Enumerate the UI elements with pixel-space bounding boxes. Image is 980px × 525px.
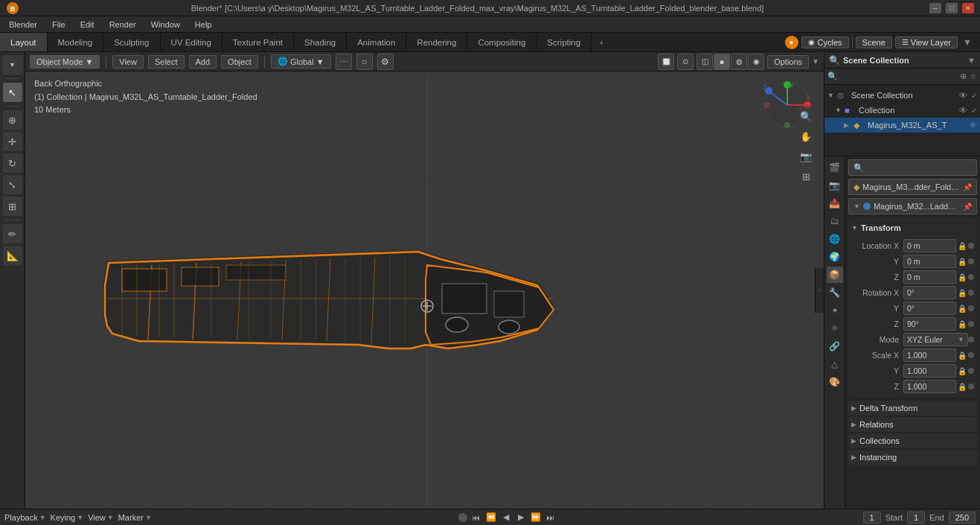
rotation-z-lock[interactable]: 🔒 — [956, 318, 968, 330]
instancing-section[interactable]: ▶ Instancing — [848, 450, 977, 465]
rotation-z-field[interactable]: 90° — [903, 317, 956, 331]
delta-transform-section[interactable]: ▶ Delta Transform — [848, 401, 977, 416]
minimize-button[interactable]: ─ — [929, 3, 941, 13]
move-tool[interactable]: ✛ — [3, 132, 22, 151]
location-y-field[interactable]: 0 m — [903, 255, 956, 268]
object-menu[interactable]: Object — [221, 55, 258, 69]
tab-layout[interactable]: Layout — [0, 33, 48, 51]
collection-expand-arrow-2[interactable]: ▼ — [835, 106, 842, 114]
scale-y-lock[interactable]: 🔒 — [956, 365, 968, 377]
object-mode-selector[interactable]: Object Mode ▼ — [30, 55, 100, 69]
view-layer-properties-icon[interactable]: 🗂 — [827, 213, 843, 229]
menu-render[interactable]: Render — [103, 19, 142, 31]
gizmo-overlay-btn[interactable]: 🔲 — [658, 54, 674, 70]
snap-toggle[interactable]: ⋯ — [336, 54, 352, 70]
annotate-tool[interactable]: ✏ — [3, 224, 22, 244]
material-preview-btn[interactable]: ◍ — [731, 54, 747, 70]
window-controls[interactable]: ─ □ ✕ — [929, 3, 974, 13]
record-button[interactable] — [458, 513, 467, 522]
options-dropdown[interactable]: ▼ — [812, 57, 819, 66]
global-selector[interactable]: 🌐 Global ▼ — [271, 54, 331, 69]
pan-btn[interactable]: ✋ — [797, 127, 815, 145]
object-visibility[interactable]: 👁 — [969, 121, 977, 130]
scale-tool[interactable]: ⤡ — [3, 175, 22, 194]
playback-menu[interactable]: Playback ▼ — [4, 513, 46, 522]
transform-header[interactable]: ▼ Transform — [851, 220, 974, 235]
material-properties-icon[interactable]: 🎨 — [827, 374, 843, 390]
rotation-y-lock[interactable]: 🔒 — [956, 302, 968, 314]
start-frame-field[interactable]: 1 — [907, 512, 925, 524]
camera-btn[interactable]: 📷 — [797, 147, 815, 165]
collection-expand-arrow[interactable]: ▼ — [827, 92, 835, 99]
location-z-field[interactable]: 0 m — [903, 270, 956, 284]
menu-edit[interactable]: Edit — [74, 19, 100, 31]
render-preview-btn[interactable]: ◉ — [748, 54, 764, 70]
location-z-dot[interactable] — [968, 274, 974, 280]
quad-view-btn[interactable]: ⊞ — [797, 168, 815, 185]
particles-properties-icon[interactable]: ✦ — [827, 302, 843, 319]
tab-sculpting[interactable]: Sculpting — [103, 33, 160, 51]
mesh-pin-icon[interactable]: 📌 — [963, 203, 972, 211]
current-frame-display[interactable]: 1 — [863, 512, 881, 524]
collection-visibility[interactable]: 👁 — [959, 106, 967, 115]
scene-properties-icon[interactable]: 🎬 — [827, 159, 843, 176]
tab-shading[interactable]: Shading — [294, 33, 347, 51]
rotation-y-dot[interactable] — [968, 305, 974, 311]
mode-selector-btn[interactable]: ▼ — [2, 55, 23, 74]
collection-item[interactable]: ▼ ■ Collection 👁 ✓ — [824, 103, 980, 118]
properties-search-input[interactable] — [867, 163, 972, 172]
scale-x-field[interactable]: 1.000 — [903, 349, 956, 362]
wireframe-btn[interactable]: ◫ — [696, 54, 713, 70]
location-y-lock[interactable]: 🔒 — [956, 255, 968, 267]
collections-section[interactable]: ▶ Collections — [848, 433, 977, 448]
rotation-y-field[interactable]: 0° — [903, 302, 956, 315]
output-properties-icon[interactable]: 📤 — [827, 195, 843, 211]
location-x-field[interactable]: 0 m — [903, 239, 956, 252]
transform-tool[interactable]: ⊞ — [3, 197, 22, 216]
jump-end-btn[interactable]: ⏭ — [545, 512, 557, 524]
scene-selector[interactable]: Scene — [856, 36, 892, 48]
canvas-area[interactable]: Back Orthographic (1) Collection | Magir… — [25, 71, 824, 509]
location-x-lock[interactable]: 🔒 — [956, 240, 968, 252]
maximize-button[interactable]: □ — [946, 3, 958, 13]
next-keyframe-btn[interactable]: ⏩ — [530, 512, 542, 524]
relations-section[interactable]: ▶ Relations — [848, 417, 977, 432]
filter-icon[interactable]: ▼ — [967, 56, 976, 65]
scene-collection-item[interactable]: ▼ ⊙ Scene Collection 👁 ✓ — [824, 88, 980, 103]
select-tool[interactable]: ↖ — [3, 83, 22, 102]
solid-btn[interactable]: ● — [714, 54, 730, 70]
location-x-dot[interactable] — [968, 243, 974, 249]
tab-scripting[interactable]: Scripting — [537, 33, 592, 51]
mesh-selector-dropdown[interactable]: ▼ — [854, 203, 860, 210]
highlight-icon[interactable]: ☆ — [970, 71, 977, 81]
scale-z-dot[interactable] — [968, 384, 974, 389]
pin-icon[interactable]: 📌 — [963, 183, 972, 191]
prev-keyframe-btn[interactable]: ⏪ — [485, 512, 497, 524]
cursor-tool[interactable]: ⊕ — [3, 110, 22, 130]
scale-y-field[interactable]: 1.000 — [903, 364, 956, 378]
add-menu[interactable]: Add — [189, 55, 217, 69]
physics-properties-icon[interactable]: ⚛ — [827, 320, 843, 337]
tab-rendering[interactable]: Rendering — [406, 33, 467, 51]
constraints-properties-icon[interactable]: 🔗 — [827, 338, 843, 354]
viewport[interactable]: Object Mode ▼ View Select Add Object 🌐 G… — [25, 52, 824, 509]
overlay-btn[interactable]: ⊙ — [677, 54, 694, 70]
play-reverse-btn[interactable]: ◀ — [500, 512, 512, 524]
filter-toggle-icon[interactable]: ⊕ — [960, 71, 967, 81]
world-properties-icon[interactable]: 🌍 — [827, 249, 843, 265]
rotation-x-dot[interactable] — [968, 290, 974, 296]
object-arrow[interactable]: ▶ — [844, 121, 851, 129]
tl-view-menu[interactable]: View ▼ — [88, 513, 114, 522]
outliner-search-input[interactable] — [841, 72, 957, 81]
rotate-tool[interactable]: ↻ — [3, 153, 22, 173]
rotation-mode-select[interactable]: XYZ Euler ▼ — [903, 333, 968, 346]
panel-collapse-handle[interactable]: › — [815, 268, 824, 313]
object-data-icon[interactable]: △ — [827, 356, 843, 372]
modifier-properties-icon[interactable]: 🔧 — [827, 284, 843, 301]
tab-texture-paint[interactable]: Texture Paint — [222, 33, 294, 51]
scale-x-lock[interactable]: 🔒 — [956, 349, 968, 361]
location-z-lock[interactable]: 🔒 — [956, 271, 968, 283]
tab-uv-editing[interactable]: UV Editing — [161, 33, 222, 51]
keying-menu[interactable]: Keying ▼ — [51, 513, 84, 522]
scene-data-icon[interactable]: 🌐 — [827, 231, 843, 247]
